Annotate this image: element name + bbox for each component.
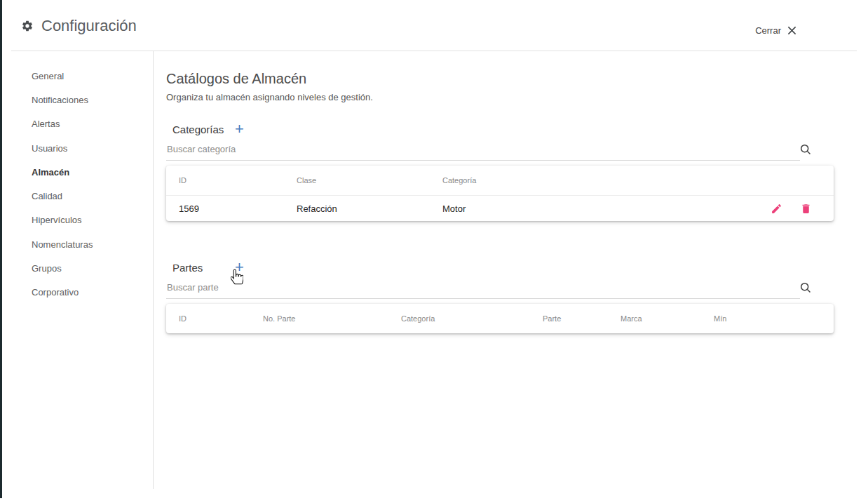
add-categoria-button[interactable]: +	[235, 122, 244, 136]
partes-table-header: ID No. Parte Categoría Parte Marca Mín	[166, 304, 834, 333]
close-icon	[787, 26, 796, 35]
content-subtitle: Organiza tu almacén asignando niveles de…	[166, 92, 834, 102]
sidebar-item-notificaciones[interactable]: Notificaciones	[0, 88, 153, 112]
cell-id: 1569	[179, 203, 297, 214]
main-content: Catálogos de Almacén Organiza tu almacén…	[166, 51, 834, 333]
section-partes-title: Partes	[172, 262, 235, 274]
section-partes-header: Partes +	[166, 259, 834, 276]
gear-icon	[21, 20, 34, 32]
categoria-search-row	[166, 142, 834, 161]
sidebar-item-corporativo[interactable]: Corporativo	[0, 281, 153, 305]
app-header: Configuración Cerrar	[0, 0, 868, 51]
col-categoria: Categoría	[401, 314, 543, 323]
table-row[interactable]: 1569 Refacción Motor	[166, 195, 834, 221]
categorias-table: ID Clase Categoría 1569 Refacción Motor	[166, 166, 834, 221]
col-no-parte: No. Parte	[263, 314, 401, 323]
sidebar-item-usuarios[interactable]: Usuarios	[0, 136, 153, 160]
cell-categoria: Motor	[442, 203, 466, 214]
header-title-wrap: Configuración	[21, 17, 137, 35]
sidebar-item-calidad[interactable]: Calidad	[0, 184, 153, 208]
row-actions	[771, 203, 834, 215]
close-button[interactable]: Cerrar	[755, 25, 796, 36]
parte-search-row	[166, 280, 834, 300]
partes-table: ID No. Parte Categoría Parte Marca Mín	[166, 304, 834, 333]
page-title: Configuración	[41, 17, 137, 35]
section-categorias-title: Categorías	[172, 123, 235, 135]
sidebar-item-almacen[interactable]: Almacén	[0, 160, 153, 184]
sidebar-item-hiperviculos[interactable]: Hipervículos	[0, 208, 153, 232]
search-icon[interactable]	[800, 282, 811, 293]
search-icon[interactable]	[800, 144, 811, 155]
settings-sidebar: General Notificaciones Alertas Usuarios …	[0, 51, 154, 489]
sidebar-item-alertas[interactable]: Alertas	[0, 112, 153, 136]
sidebar-item-nomenclaturas[interactable]: Nomenclaturas	[0, 232, 153, 256]
col-min: Mín	[714, 314, 834, 323]
edit-icon[interactable]	[771, 203, 782, 215]
col-id: ID	[179, 176, 297, 185]
col-id: ID	[179, 314, 263, 323]
categorias-table-header: ID Clase Categoría	[166, 166, 834, 195]
col-categoria: Categoría	[442, 176, 834, 185]
parte-search-input[interactable]	[166, 280, 800, 299]
categoria-search-input[interactable]	[166, 142, 800, 161]
section-categorias-header: Categorías +	[166, 121, 834, 138]
col-clase: Clase	[297, 176, 442, 185]
content-title: Catálogos de Almacén	[166, 71, 834, 87]
sidebar-item-general[interactable]: General	[0, 64, 153, 88]
col-parte: Parte	[543, 314, 621, 323]
col-marca: Marca	[621, 314, 714, 323]
close-button-label: Cerrar	[755, 25, 781, 36]
sidebar-item-grupos[interactable]: Grupos	[0, 256, 153, 280]
cell-clase: Refacción	[297, 203, 442, 214]
delete-icon[interactable]	[800, 203, 812, 215]
